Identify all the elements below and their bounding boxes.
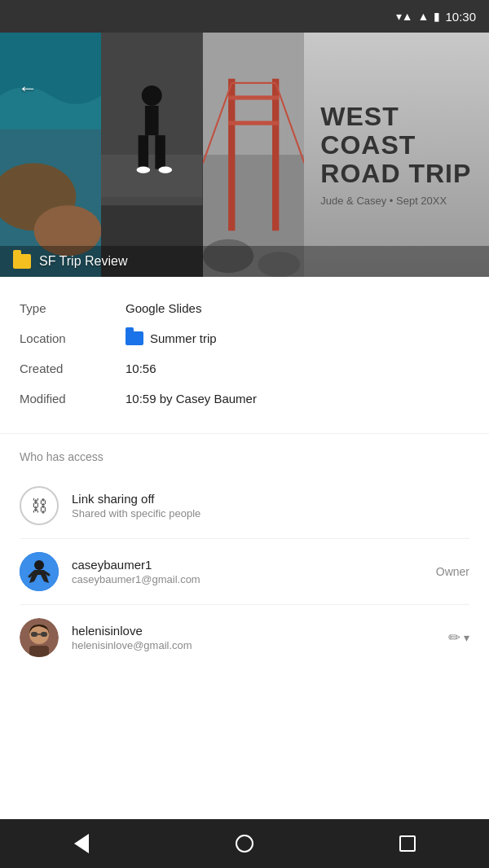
svg-rect-18 (228, 121, 279, 125)
modified-row: Modified 10:59 by Casey Baumer (20, 384, 469, 414)
status-time: 10:30 (445, 10, 476, 24)
location-label: Location (20, 331, 126, 345)
info-section: Type Google Slides Location Summer trip … (0, 277, 489, 430)
preview-title-bar: SF Trip Review (0, 246, 489, 277)
status-icons: ▾▲ ▲ ▮ 10:30 (396, 10, 476, 24)
svg-rect-29 (31, 632, 37, 637)
helen-email: helenisinlove@gmail.com (72, 639, 435, 651)
battery-icon: ▮ (434, 10, 440, 23)
svg-rect-9 (139, 135, 148, 169)
back-button[interactable]: ← (13, 73, 42, 103)
bottom-nav (0, 819, 489, 868)
link-icon-circle: ⛓ (20, 486, 59, 525)
svg-rect-30 (41, 632, 47, 637)
access-heading: Who has access (20, 450, 469, 463)
divider-1 (0, 433, 489, 434)
avatar-helen (20, 618, 59, 657)
pencil-icon[interactable]: ✏ (448, 629, 460, 647)
preview-area: WEST COAST ROAD TRIP Jude & Casey • Sept… (0, 33, 489, 277)
user-row-casey[interactable]: caseybaumer1 caseybaumer1@gmail.com Owne… (20, 542, 469, 601)
svg-rect-32 (29, 646, 49, 657)
casey-role: Owner (436, 565, 469, 578)
access-section: Who has access ⛓ Link sharing off Shared… (0, 437, 489, 667)
type-value: Google Slides (126, 301, 201, 315)
svg-rect-10 (156, 135, 165, 169)
helen-edit-controls[interactable]: ✏ ▾ (448, 629, 469, 647)
svg-point-11 (137, 167, 151, 173)
preview-panel-4: WEST COAST ROAD TRIP Jude & Casey • Sept… (304, 33, 489, 277)
avatar-casey (20, 552, 59, 591)
svg-rect-6 (101, 155, 202, 205)
preview-panel-1 (0, 33, 101, 277)
folder-icon (126, 331, 143, 345)
back-arrow-icon: ← (18, 77, 37, 99)
recent-nav-icon (399, 835, 416, 852)
created-row: Created 10:56 (20, 353, 469, 384)
svg-rect-16 (272, 79, 279, 231)
casey-email: caseybaumer1@gmail.com (72, 573, 423, 585)
created-value: 10:56 (126, 362, 156, 375)
modified-value: 10:59 by Casey Baumer (126, 392, 257, 406)
link-icon: ⛓ (31, 497, 47, 515)
modified-label: Modified (20, 392, 126, 406)
dropdown-arrow-icon[interactable]: ▾ (464, 631, 469, 644)
back-nav-button[interactable] (57, 827, 106, 860)
home-nav-icon (236, 835, 253, 853)
helen-text: helenisinlove helenisinlove@gmail.com (72, 624, 435, 651)
back-nav-icon (74, 834, 89, 853)
link-sharing-subtitle: Shared with specific people (72, 507, 469, 519)
type-row: Type Google Slides (20, 293, 469, 323)
preview-panel-3 (203, 33, 304, 277)
location-value: Summer trip (126, 331, 217, 345)
home-nav-button[interactable] (220, 827, 269, 860)
divider-3 (20, 604, 469, 605)
preview-title-text: SF Trip Review (39, 254, 127, 269)
status-bar: ▾▲ ▲ ▮ 10:30 (0, 0, 489, 33)
svg-point-12 (159, 167, 173, 173)
divider-2 (20, 538, 469, 539)
svg-rect-15 (228, 79, 235, 231)
casey-username: caseybaumer1 (72, 558, 423, 572)
helen-username: helenisinlove (72, 624, 435, 638)
type-label: Type (20, 301, 126, 315)
preview-images: WEST COAST ROAD TRIP Jude & Casey • Sept… (0, 33, 489, 277)
location-row: Location Summer trip (20, 323, 469, 353)
link-sharing-row[interactable]: ⛓ Link sharing off Shared with specific … (20, 476, 469, 535)
preview-panel-2 (101, 33, 202, 277)
user-row-helen[interactable]: helenisinlove helenisinlove@gmail.com ✏ … (20, 608, 469, 667)
created-label: Created (20, 362, 126, 375)
signal-icon: ▲ (418, 10, 430, 23)
svg-point-26 (34, 560, 44, 570)
svg-point-7 (142, 85, 162, 106)
svg-rect-8 (145, 106, 159, 135)
casey-text: caseybaumer1 caseybaumer1@gmail.com (72, 558, 423, 585)
recent-nav-button[interactable] (383, 827, 432, 860)
link-sharing-title: Link sharing off (72, 492, 469, 506)
wifi-icon: ▾▲ (396, 10, 413, 23)
file-icon-yellow (13, 254, 31, 269)
roadtrip-subtitle: Jude & Casey • Sept 20XX (320, 195, 447, 207)
svg-rect-17 (228, 95, 279, 99)
link-sharing-text: Link sharing off Shared with specific pe… (72, 492, 469, 519)
roadtrip-title: WEST COAST ROAD TRIP (320, 103, 473, 189)
